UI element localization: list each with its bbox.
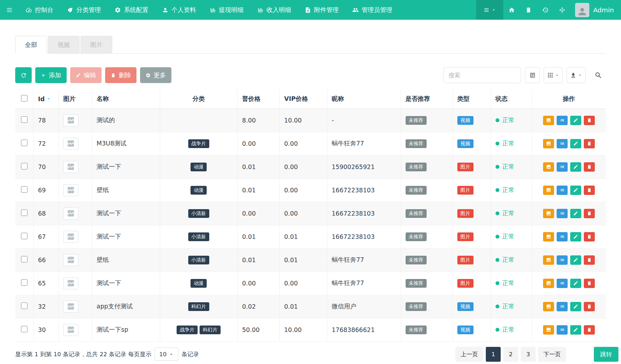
delete-button[interactable]: [584, 186, 595, 195]
page-1[interactable]: 1: [486, 347, 501, 362]
preview-button[interactable]: [543, 232, 554, 241]
search-input[interactable]: [443, 67, 521, 83]
detail-button[interactable]: [557, 302, 568, 311]
preview-button[interactable]: [543, 302, 554, 311]
thumbnail-broken-image[interactable]: [63, 114, 78, 126]
row-checkbox[interactable]: [21, 140, 27, 146]
edit-button[interactable]: [570, 209, 581, 218]
delete-button[interactable]: [584, 162, 595, 172]
tab-图片[interactable]: 图片: [81, 36, 112, 54]
delete-button[interactable]: [584, 255, 595, 265]
preview-button[interactable]: [543, 162, 554, 172]
row-checkbox[interactable]: [21, 163, 27, 169]
row-checkbox[interactable]: [21, 186, 27, 193]
edit-button[interactable]: [570, 232, 581, 241]
detail-button[interactable]: [557, 209, 568, 218]
delete-button[interactable]: 删除: [105, 67, 136, 83]
avatar[interactable]: [575, 3, 589, 17]
table-row[interactable]: 78 测试的 8.00 10.00 - 未推荐 视频 正常: [15, 109, 606, 132]
page-3[interactable]: 3: [521, 347, 536, 362]
tab-全部[interactable]: 全部: [15, 36, 47, 54]
table-row[interactable]: 70 测试一下 动漫 0.01 0.00 15900265921 未推荐 图片 …: [15, 155, 606, 178]
page-2[interactable]: 2: [503, 347, 518, 362]
username[interactable]: Admin: [593, 6, 614, 14]
thumbnail-broken-image[interactable]: [63, 301, 78, 313]
edit-button[interactable]: [570, 186, 581, 195]
table-row[interactable]: 32 app支付测试 科幻片 0.02 0.01 微信用户 未推荐 视频 正常: [15, 295, 606, 318]
refresh-button[interactable]: [15, 67, 32, 83]
row-checkbox[interactable]: [21, 279, 27, 286]
delete-button[interactable]: [584, 209, 595, 218]
preview-button[interactable]: [543, 139, 554, 148]
preview-button[interactable]: [543, 116, 554, 125]
nav-item-6[interactable]: 收入明细: [250, 0, 298, 20]
preview-button[interactable]: [543, 209, 554, 218]
edit-button[interactable]: [570, 255, 581, 265]
row-checkbox[interactable]: [21, 233, 27, 239]
thumbnail-broken-image[interactable]: [63, 161, 78, 173]
page-size-dropdown[interactable]: 10: [155, 348, 178, 361]
home-button[interactable]: [503, 0, 520, 20]
table-row[interactable]: 67 测试一下 小清新 0.01 0.01 16672238103 未推荐 图片…: [15, 225, 606, 248]
col-id[interactable]: Id: [33, 90, 59, 109]
page-下一页[interactable]: 下一页: [538, 347, 566, 362]
fullscreen-button[interactable]: [554, 0, 571, 20]
delete-button[interactable]: [584, 139, 595, 148]
detail-button[interactable]: [557, 279, 568, 288]
row-checkbox[interactable]: [21, 256, 27, 262]
nav-item-7[interactable]: 附件管理: [298, 0, 345, 20]
preview-button[interactable]: [543, 255, 554, 265]
thumbnail-broken-image[interactable]: [63, 184, 78, 196]
table-row[interactable]: 68 测试一下 小清新 0.00 0.00 16672238103 未推荐 图片…: [15, 202, 606, 225]
thumbnail-broken-image[interactable]: [63, 254, 78, 266]
thumbnail-broken-image[interactable]: [63, 138, 78, 150]
edit-button[interactable]: [570, 279, 581, 288]
select-all-checkbox[interactable]: [21, 95, 27, 102]
row-checkbox[interactable]: [21, 326, 27, 332]
detail-button[interactable]: [557, 186, 568, 195]
row-checkbox[interactable]: [21, 303, 27, 309]
table-row[interactable]: 72 M3U8测试 战争片 0.00 0.00 蜗牛狂奔77 未推荐 视频 正常: [15, 132, 606, 155]
edit-button[interactable]: 编辑: [70, 67, 102, 83]
preview-button[interactable]: [543, 325, 554, 335]
edit-button[interactable]: [570, 325, 581, 335]
detail-button[interactable]: [557, 232, 568, 241]
table-row[interactable]: 69 壁纸 动漫 0.01 0.00 16672238103 未推荐 图片 正常: [15, 178, 606, 202]
edit-button[interactable]: [570, 302, 581, 311]
nav-item-4[interactable]: 个人资料: [155, 0, 203, 20]
preview-button[interactable]: [543, 279, 554, 288]
row-checkbox[interactable]: [21, 209, 27, 216]
preview-button[interactable]: [543, 186, 554, 195]
detail-button[interactable]: [557, 139, 568, 148]
menu-toggle-button[interactable]: [0, 0, 19, 20]
nav-item-1[interactable]: 控制台: [19, 0, 60, 20]
nav-item-8[interactable]: 管理员管理: [345, 0, 399, 20]
thumbnail-broken-image[interactable]: [63, 231, 78, 243]
nav-item-2[interactable]: 分类管理: [60, 0, 108, 20]
edit-button[interactable]: [570, 139, 581, 148]
delete-button[interactable]: [584, 325, 595, 335]
edit-button[interactable]: [570, 162, 581, 172]
nav-item-5[interactable]: 提现明细: [203, 0, 250, 20]
table-row[interactable]: 30 测试一下sp 战争片科幻片 50.00 10.00 17683866621…: [15, 318, 606, 341]
nav-item-3[interactable]: 系统配置: [108, 0, 155, 20]
thumbnail-broken-image[interactable]: [63, 277, 78, 289]
more-button[interactable]: 更多: [140, 67, 171, 83]
detail-button[interactable]: [557, 162, 568, 172]
detail-button[interactable]: [557, 325, 568, 335]
view-toggle-button[interactable]: [525, 67, 540, 83]
table-row[interactable]: 65 测试一下 动漫 0.00 0.00 蜗牛狂奔77 未推荐 图片 正常: [15, 272, 606, 295]
add-button[interactable]: 添加: [35, 67, 67, 83]
detail-button[interactable]: [557, 116, 568, 125]
export-button[interactable]: [567, 67, 586, 83]
row-checkbox[interactable]: [21, 116, 27, 123]
table-row[interactable]: 66 壁纸 小清新 0.01 0.01 蜗牛狂奔77 未推荐 图片 正常: [15, 248, 606, 272]
search-toggle-button[interactable]: [591, 67, 606, 83]
trash-button[interactable]: [520, 0, 537, 20]
edit-button[interactable]: [570, 116, 581, 125]
columns-button[interactable]: [544, 67, 563, 83]
thumbnail-broken-image[interactable]: [63, 324, 78, 336]
quick-menu-dropdown[interactable]: [476, 0, 503, 20]
delete-button[interactable]: [584, 302, 595, 311]
detail-button[interactable]: [557, 255, 568, 265]
